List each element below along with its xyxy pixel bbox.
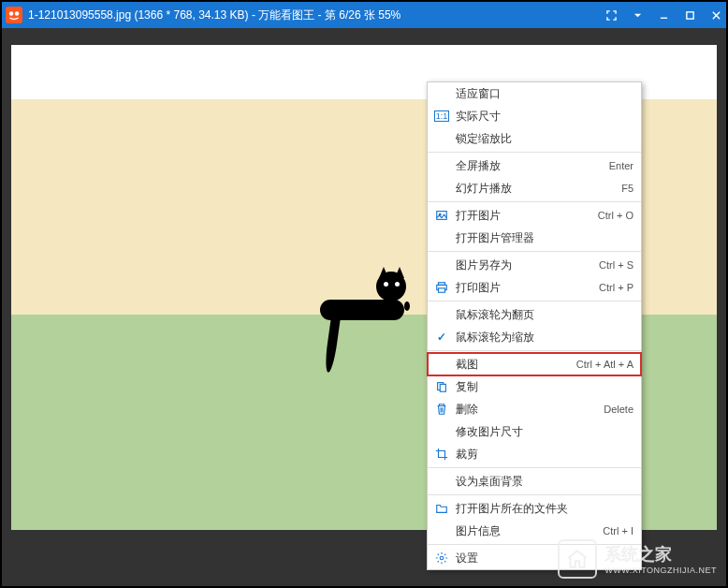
menu-separator <box>428 152 641 153</box>
watermark-name-en: WWW.XITONGZHIJIA.NET <box>604 566 717 575</box>
content-area: 适应窗口 1:1 实际尺寸 锁定缩放比 全屏播放 Enter 幻灯片播放 F5 … <box>2 28 726 586</box>
menu-label: 图片信息 <box>452 523 603 539</box>
menu-item-open-image[interactable]: 打开图片 Ctrl + O <box>428 204 641 227</box>
svg-rect-3 <box>686 11 692 18</box>
menu-label: 删除 <box>452 402 604 418</box>
menu-shortcut: Ctrl + O <box>598 210 633 221</box>
menu-item-fullscreen-play[interactable]: 全屏播放 Enter <box>428 154 641 177</box>
menu-item-open-manager[interactable]: 打开图片管理器 <box>428 227 641 249</box>
svg-point-13 <box>440 556 444 560</box>
menu-item-scroll-page[interactable]: 鼠标滚轮为翻页 <box>428 303 641 326</box>
copy-icon <box>431 380 452 393</box>
menu-label: 打开图片 <box>452 208 598 224</box>
menu-label: 修改图片尺寸 <box>452 424 633 440</box>
menu-item-save-as[interactable]: 图片另存为 Ctrl + S <box>428 254 641 276</box>
menu-item-fit-window[interactable]: 适应窗口 <box>428 82 641 105</box>
image-icon <box>431 209 452 222</box>
menu-separator <box>428 494 641 495</box>
menu-label: 设为桌面背景 <box>452 474 633 490</box>
menu-label: 适应窗口 <box>452 86 633 102</box>
menu-separator <box>428 467 641 468</box>
crop-icon <box>431 448 452 461</box>
menu-item-scroll-zoom[interactable]: ✓ 鼠标滚轮为缩放 <box>428 326 641 348</box>
window-controls <box>604 8 722 22</box>
window-title: 1-121013095558.jpg (1366 * 768, 34.13 KB… <box>28 7 604 23</box>
menu-label: 打印图片 <box>452 280 599 296</box>
menu-item-set-wallpaper[interactable]: 设为桌面背景 <box>428 470 641 492</box>
svg-rect-10 <box>439 288 445 292</box>
menu-label: 复制 <box>452 379 633 395</box>
menu-label: 锁定缩放比 <box>452 131 633 147</box>
menu-shortcut: Delete <box>604 404 633 415</box>
app-icon <box>6 7 22 23</box>
check-icon: ✓ <box>431 331 452 344</box>
menu-shortcut: Ctrl + S <box>599 259 633 271</box>
menu-shortcut: Enter <box>609 160 633 171</box>
menu-item-copy[interactable]: 复制 <box>428 375 641 398</box>
trash-icon <box>431 403 452 416</box>
svg-point-1 <box>15 11 20 16</box>
svg-rect-12 <box>440 384 445 391</box>
menu-shortcut: Ctrl + P <box>599 282 633 293</box>
menu-shortcut: Ctrl + I <box>603 525 633 537</box>
menu-item-screenshot[interactable]: 截图 Ctrl + Atl + A <box>428 353 641 375</box>
svg-point-0 <box>9 11 14 16</box>
menu-label: 鼠标滚轮为翻页 <box>452 307 633 323</box>
fullscreen-button[interactable] <box>604 8 618 22</box>
menu-item-lock-zoom[interactable]: 锁定缩放比 <box>428 127 641 150</box>
menu-label: 截图 <box>452 357 576 373</box>
menu-separator <box>428 301 641 301</box>
maximize-button[interactable] <box>683 8 696 22</box>
menu-item-modify-size[interactable]: 修改图片尺寸 <box>428 420 641 443</box>
ratio-icon: 1:1 <box>431 110 452 122</box>
close-button[interactable] <box>709 8 722 22</box>
folder-icon <box>431 502 452 515</box>
menu-item-actual-size[interactable]: 1:1 实际尺寸 <box>428 105 641 127</box>
printer-icon <box>431 281 452 294</box>
menu-separator <box>428 201 641 202</box>
menu-label: 全屏播放 <box>452 158 609 174</box>
menu-label: 幻灯片播放 <box>452 181 621 197</box>
menu-item-crop[interactable]: 裁剪 <box>428 443 641 465</box>
menu-shortcut: Ctrl + Atl + A <box>576 359 633 370</box>
watermark-name-cn: 系统之家 <box>604 543 717 566</box>
titlebar: 1-121013095558.jpg (1366 * 768, 34.13 KB… <box>2 2 726 28</box>
menu-label: 裁剪 <box>452 447 633 463</box>
menu-item-slideshow[interactable]: 幻灯片播放 F5 <box>428 177 641 199</box>
menu-item-print[interactable]: 打印图片 Ctrl + P <box>428 276 641 299</box>
menu-label: 图片另存为 <box>452 257 599 273</box>
gear-icon <box>431 551 452 565</box>
menu-item-open-folder[interactable]: 打开图片所在的文件夹 <box>428 497 641 520</box>
menu-separator <box>428 350 641 351</box>
minimize-button[interactable] <box>657 8 670 22</box>
menu-shortcut: F5 <box>621 183 633 194</box>
watermark: 系统之家 WWW.XITONGZHIJIA.NET <box>558 539 717 579</box>
menu-label: 打开图片所在的文件夹 <box>452 501 633 517</box>
menu-label: 实际尺寸 <box>452 109 633 125</box>
menu-item-delete[interactable]: 删除 Delete <box>428 398 641 420</box>
context-menu: 适应窗口 1:1 实际尺寸 锁定缩放比 全屏播放 Enter 幻灯片播放 F5 … <box>427 81 642 570</box>
watermark-logo <box>558 539 597 579</box>
menu-label: 打开图片管理器 <box>452 230 633 246</box>
dropdown-button[interactable] <box>631 8 644 22</box>
menu-label: 鼠标滚轮为缩放 <box>452 330 633 345</box>
menu-separator <box>428 251 641 252</box>
